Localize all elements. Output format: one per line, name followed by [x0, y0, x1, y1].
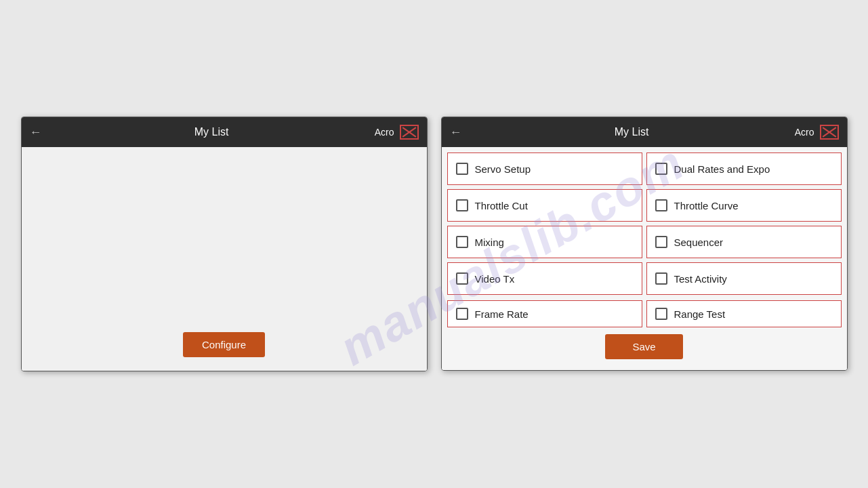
- configure-button[interactable]: Configure: [183, 332, 265, 357]
- list-item[interactable]: Sequencer: [646, 226, 842, 258]
- list-item-partial[interactable]: Frame Rate: [447, 300, 642, 327]
- screen-1-body: Configure: [22, 147, 427, 371]
- item-label-range-test: Range Test: [674, 308, 726, 320]
- item-label-video-tx: Video Tx: [475, 273, 515, 285]
- list-item[interactable]: Mixing: [447, 226, 642, 258]
- item-label-dual-rates: Dual Rates and Expo: [674, 163, 770, 175]
- back-arrow-2[interactable]: ←: [450, 125, 462, 140]
- item-label-test-activity: Test Activity: [674, 273, 727, 285]
- checkbox-servo-setup[interactable]: [456, 163, 468, 175]
- screens-container: ← My List Acro Configure ← My List Acro …: [21, 117, 848, 371]
- list-item[interactable]: Throttle Curve: [646, 189, 842, 222]
- list-item[interactable]: Throttle Cut: [447, 189, 642, 222]
- screen-2: ← My List Acro Servo Setup Dual Rates an…: [441, 117, 848, 371]
- checkbox-sequencer[interactable]: [655, 236, 667, 248]
- checkbox-throttle-cut[interactable]: [456, 199, 468, 211]
- checkbox-throttle-curve[interactable]: [655, 199, 667, 211]
- checkbox-test-activity[interactable]: [655, 272, 667, 285]
- checkbox-frame-rate[interactable]: [456, 308, 468, 320]
- plane-icon-1: [400, 125, 419, 140]
- item-label-servo-setup: Servo Setup: [475, 163, 531, 175]
- items-grid: Servo Setup Dual Rates and Expo Throttle…: [447, 152, 842, 295]
- screen-2-acro: Acro: [795, 127, 814, 138]
- list-item[interactable]: Servo Setup: [447, 152, 642, 185]
- item-label-sequencer: Sequencer: [674, 237, 724, 248]
- screen-1-acro: Acro: [375, 127, 394, 138]
- screen-1-header: ← My List Acro: [22, 117, 427, 147]
- screen-2-header: ← My List Acro: [442, 117, 847, 147]
- item-label-mixing: Mixing: [475, 237, 504, 248]
- screen-1: ← My List Acro Configure: [21, 117, 428, 371]
- screen-1-title: My List: [49, 126, 375, 138]
- plane-icon-2: [820, 125, 839, 140]
- item-label-throttle-curve: Throttle Curve: [674, 200, 739, 211]
- bottom-row: Save: [447, 327, 842, 365]
- partial-row: Frame Rate Range Test: [447, 300, 842, 327]
- list-item[interactable]: Test Activity: [646, 262, 842, 295]
- screen-2-body: Servo Setup Dual Rates and Expo Throttle…: [442, 147, 847, 370]
- back-arrow-1[interactable]: ←: [30, 125, 42, 140]
- list-item[interactable]: Dual Rates and Expo: [646, 152, 842, 185]
- checkbox-mixing[interactable]: [456, 236, 468, 248]
- checkbox-dual-rates[interactable]: [655, 163, 667, 175]
- screen-2-title: My List: [469, 126, 795, 138]
- checkbox-video-tx[interactable]: [456, 272, 468, 285]
- item-label-throttle-cut: Throttle Cut: [475, 200, 528, 211]
- checkbox-range-test[interactable]: [655, 308, 667, 320]
- item-label-frame-rate: Frame Rate: [475, 308, 529, 320]
- list-item[interactable]: Video Tx: [447, 262, 642, 295]
- save-button[interactable]: Save: [605, 334, 682, 359]
- list-item-partial[interactable]: Range Test: [646, 300, 842, 327]
